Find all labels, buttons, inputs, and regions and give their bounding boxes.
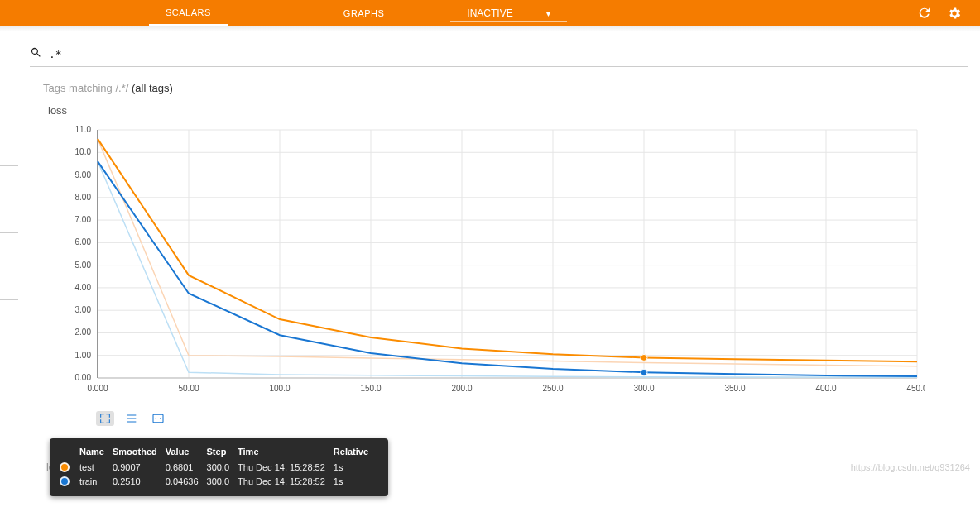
loss-chart[interactable]: 0.001.002.003.004.005.006.007.008.009.00… xyxy=(48,122,925,403)
svg-point-50 xyxy=(156,418,156,419)
search-icon xyxy=(30,46,49,62)
refresh-icon[interactable] xyxy=(917,6,932,21)
expand-icon[interactable] xyxy=(96,411,114,426)
chart-title: loss xyxy=(48,104,968,117)
svg-text:9.00: 9.00 xyxy=(75,170,92,179)
toggle-y-log-icon[interactable] xyxy=(122,411,141,426)
chart-tooltip: NameSmoothedValueStepTimeRelative test0.… xyxy=(50,438,388,496)
svg-text:7.00: 7.00 xyxy=(75,215,92,224)
tag-filter xyxy=(0,41,980,66)
tag-filter-input[interactable] xyxy=(49,48,968,60)
svg-text:6.00: 6.00 xyxy=(75,237,92,246)
chart-toolbar xyxy=(96,411,968,426)
svg-text:0.000: 0.000 xyxy=(87,384,108,393)
settings-icon[interactable] xyxy=(947,6,962,21)
svg-point-47 xyxy=(641,354,647,361)
svg-text:250.0: 250.0 xyxy=(542,384,563,393)
svg-text:3.00: 3.00 xyxy=(75,305,92,314)
svg-text:150.0: 150.0 xyxy=(360,384,381,393)
svg-point-51 xyxy=(160,418,161,419)
svg-text:0.00: 0.00 xyxy=(75,373,92,382)
header-tabs: SCALARS GRAPHS INACTIVE ▾ xyxy=(149,0,567,26)
chevron-down-icon: ▾ xyxy=(546,9,550,18)
sidebar-collapsed xyxy=(0,165,18,366)
svg-text:10.0: 10.0 xyxy=(75,147,92,156)
svg-text:100.0: 100.0 xyxy=(269,384,290,393)
app-header: SCALARS GRAPHS INACTIVE ▾ xyxy=(0,0,980,26)
series-swatch-train xyxy=(60,476,70,486)
svg-text:11.0: 11.0 xyxy=(75,125,92,134)
tab-graphs[interactable]: GRAPHS xyxy=(327,0,401,26)
tab-inactive-label: INACTIVE xyxy=(467,7,512,19)
svg-text:4.00: 4.00 xyxy=(75,283,92,292)
watermark: https://blog.csdn.net/q931264 xyxy=(851,462,970,472)
svg-text:350.0: 350.0 xyxy=(724,384,745,393)
scalars-card: Tags matching /.*/ (all tags) loss 0.001… xyxy=(43,82,968,426)
tooltip-row: test0.90070.6801300.0Thu Dec 14, 15:28:5… xyxy=(60,460,377,474)
svg-text:300.0: 300.0 xyxy=(633,384,654,393)
fit-domain-icon[interactable] xyxy=(149,411,167,426)
svg-text:400.0: 400.0 xyxy=(815,384,836,393)
tab-scalars[interactable]: SCALARS xyxy=(149,0,228,26)
svg-text:50.00: 50.00 xyxy=(178,384,199,393)
svg-point-48 xyxy=(641,369,647,375)
svg-text:5.00: 5.00 xyxy=(75,261,92,270)
svg-text:1.00: 1.00 xyxy=(75,351,92,360)
svg-text:200.0: 200.0 xyxy=(451,384,472,393)
header-actions xyxy=(917,0,980,26)
tags-matching-line: Tags matching /.*/ (all tags) xyxy=(43,82,968,94)
tab-inactive-dropdown[interactable]: INACTIVE ▾ xyxy=(450,0,566,26)
series-swatch-test xyxy=(60,462,70,472)
svg-rect-49 xyxy=(153,414,163,422)
svg-text:450.0: 450.0 xyxy=(906,384,925,393)
tooltip-row: train0.25100.04636300.0Thu Dec 14, 15:28… xyxy=(60,474,377,488)
svg-text:2.00: 2.00 xyxy=(75,328,92,337)
svg-text:8.00: 8.00 xyxy=(75,193,92,202)
